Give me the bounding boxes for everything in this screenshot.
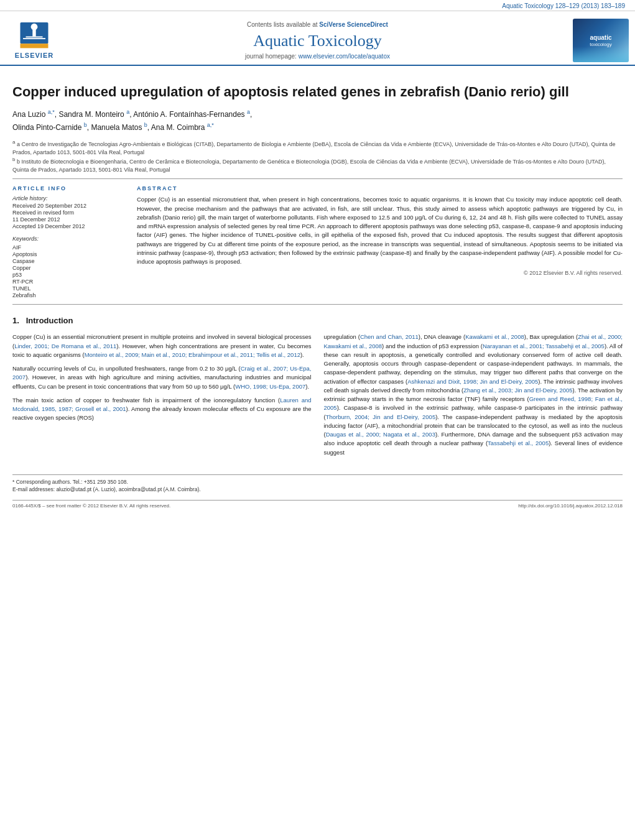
keyword-zebrafish: Zebrafish	[12, 292, 124, 298]
revised-label: Received in revised form	[12, 210, 124, 216]
intro-col-left: Copper (Cu) is an essential micronutrien…	[12, 333, 312, 462]
intro-col-right: upregulation (Chen and Chan, 2011), DNA …	[324, 333, 623, 462]
journal-title-area: Contents lists available at SciVerse Sci…	[68, 16, 567, 65]
abstract-col: ABSTRACT Copper (Cu) is an essential mic…	[137, 185, 623, 299]
abstract-copyright: © 2012 Elsevier B.V. All rights reserved…	[137, 270, 623, 276]
main-content: Copper induced upregulation of apoptosis…	[0, 66, 635, 521]
elsevier-tree-icon	[16, 22, 53, 50]
elsevier-logo: ELSEVIER	[15, 22, 53, 59]
affiliations: a a Centro de Investigação de Tecnologia…	[12, 139, 623, 173]
keywords-section: Keywords: AIF Apoptosis Caspase Copper p…	[12, 236, 124, 298]
intro-para-2: Naturally occurring levels of Cu, in unp…	[12, 364, 312, 391]
keyword-apoptosis: Apoptosis	[12, 251, 124, 257]
intro-para-4: upregulation (Chen and Chan, 2011), DNA …	[324, 333, 623, 457]
keywords-heading: Keywords:	[12, 236, 124, 242]
doi-text: http://dx.doi.org/10.1016/j.aquatox.2012…	[518, 503, 623, 509]
keyword-tunel: TUNEL	[12, 285, 124, 292]
publisher-logo-area: ELSEVIER	[0, 16, 68, 65]
svg-rect-3	[26, 36, 43, 37]
introduction-title: 1. Introduction	[12, 316, 623, 325]
svg-rect-5	[21, 44, 49, 48]
keyword-p53: p53	[12, 272, 124, 278]
journal-header: ELSEVIER Contents lists available at Sci…	[0, 11, 635, 66]
intro-para-3: The main toxic action of copper to fresh…	[12, 396, 312, 423]
footer-bar: 0166-445X/$ – see front matter © 2012 El…	[12, 500, 623, 509]
journal-badge-area: aquatic toxicology	[567, 16, 635, 65]
badge-aquatic: aquatic	[590, 34, 611, 42]
keyword-copper: Copper	[12, 265, 124, 271]
issn-text: 0166-445X/$ – see front matter © 2012 El…	[12, 503, 170, 509]
keyword-caspase: Caspase	[12, 258, 124, 264]
divider	[12, 178, 623, 179]
journal-title: Aquatic Toxicology	[253, 32, 381, 50]
journal-reference: Aquatic Toxicology 128–129 (2013) 183–18…	[502, 2, 625, 9]
authors-line: Ana Luzio a,*, Sandra M. Monteiro a, Ant…	[12, 108, 623, 134]
article-info-heading: ARTICLE INFO	[12, 185, 124, 192]
page-footer: * Corresponding authors. Tel.: +351 259 …	[12, 474, 623, 494]
journal-reference-bar: Aquatic Toxicology 128–129 (2013) 183–18…	[0, 0, 635, 11]
footnote-corresponding: * Corresponding authors. Tel.: +351 259 …	[12, 479, 623, 486]
revised-date: 11 December 2012	[12, 216, 124, 223]
page: Aquatic Toxicology 128–129 (2013) 183–18…	[0, 0, 635, 840]
svg-rect-4	[23, 38, 45, 39]
article-info-col: ARTICLE INFO Article history: Received 2…	[12, 185, 124, 299]
sciverse-line: Contents lists available at SciVerse Sci…	[247, 21, 388, 28]
divider-2	[12, 304, 623, 305]
abstract-text: Copper (Cu) is an essential micronutrien…	[137, 195, 623, 266]
keyword-rtpcr: RT-PCR	[12, 279, 124, 285]
intro-para-1: Copper (Cu) is an essential micronutrien…	[12, 333, 312, 359]
article-title: Copper induced upregulation of apoptosis…	[12, 83, 623, 101]
introduction-body: Copper (Cu) is an essential micronutrien…	[12, 333, 623, 462]
sciverse-link[interactable]: SciVerse ScienceDirect	[319, 21, 388, 28]
introduction-section: 1. Introduction Copper (Cu) is an essent…	[12, 316, 623, 462]
journal-badge: aquatic toxicology	[573, 19, 629, 62]
svg-rect-2	[32, 29, 35, 36]
journal-homepage: journal homepage: www.elsevier.com/locat…	[245, 53, 390, 60]
badge-toxicology: toxicology	[590, 42, 612, 47]
accepted-date: Accepted 19 December 2012	[12, 223, 124, 229]
elsevier-label: ELSEVIER	[15, 52, 53, 59]
article-info-abstract: ARTICLE INFO Article history: Received 2…	[12, 185, 623, 299]
article-history-label: Article history:	[12, 195, 124, 201]
keyword-aif: AIF	[12, 244, 124, 251]
footnote-email: E-mail addresses: aluzio@utad.pt (A. Luz…	[12, 486, 623, 494]
homepage-url[interactable]: www.elsevier.com/locate/aquatox	[299, 53, 390, 60]
received-date: Received 20 September 2012	[12, 203, 124, 209]
svg-point-1	[31, 23, 38, 30]
abstract-heading: ABSTRACT	[137, 185, 623, 192]
